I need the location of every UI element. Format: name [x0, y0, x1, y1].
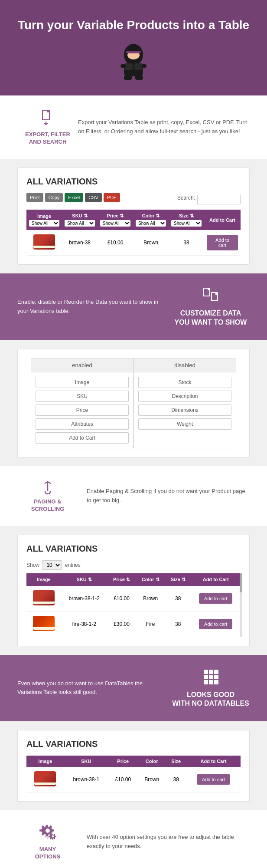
nodatatable-icon-label: LOOKS GOOD WITH NO DATATABLES	[172, 690, 250, 709]
excel-button[interactable]: Excel	[65, 193, 83, 202]
customize-icon-block: CUSTOMIZE DATA YOU WANT TO SHOW	[172, 286, 250, 327]
hero-section: Turn your Variable Products into a Table	[0, 0, 267, 95]
tag-dimensions[interactable]: Dimensions	[138, 404, 231, 416]
nodatatable-icon-block: LOOKS GOOD WITH NO DATATABLES	[172, 668, 250, 709]
paging-header-row: Image SKU ⇅ Price ⇅ Color ⇅ Size ⇅ Add t…	[26, 573, 241, 586]
tag-stock[interactable]: Stock	[138, 377, 231, 388]
p-cell-sku-2: fire-38-1-2	[61, 611, 107, 637]
price-filter[interactable]: Show All	[100, 220, 130, 227]
tag-attributes[interactable]: Attributes	[36, 418, 129, 430]
customize-icon-label: CUSTOMIZE DATA YOU WANT TO SHOW	[172, 309, 250, 327]
cell-sku: brown-38	[62, 230, 98, 256]
disabled-header: disabled	[134, 358, 236, 372]
pth-color: Color ⇅	[136, 573, 165, 586]
svg-rect-5	[120, 64, 126, 68]
p-cell-size-2: 38	[165, 611, 191, 637]
svg-rect-6	[141, 64, 147, 68]
svg-rect-23	[204, 680, 208, 684]
csv-button[interactable]: CSV	[85, 193, 102, 202]
paging-add-cart-1[interactable]: Add to cart	[199, 593, 232, 604]
show-label: Show	[26, 562, 39, 568]
svg-rect-25	[214, 680, 218, 684]
th-image: Image Show All	[26, 210, 62, 230]
cell-color: Brown	[133, 230, 169, 256]
nodt-table-title: ALL VARIATIONS	[26, 739, 241, 749]
size-filter[interactable]: Show All	[171, 220, 202, 227]
tag-addcart[interactable]: Add to Cart	[36, 432, 129, 444]
th-sku: SKU ⇅ Show All	[62, 210, 98, 230]
paging-icon	[17, 479, 78, 498]
svg-rect-20	[204, 675, 208, 679]
paging-demo: ALL VARIATIONS Show 10 entries Image SKU…	[17, 535, 250, 646]
paging-table-title: ALL VARIATIONS	[26, 544, 241, 554]
svg-rect-19	[214, 670, 218, 674]
tag-image[interactable]: Image	[36, 377, 129, 388]
cell-price: £10.00	[98, 230, 133, 256]
export-buttons: Print Copy Excel CSV PDF	[26, 193, 120, 202]
export-table-demo: ALL VARIATIONS Print Copy Excel CSV PDF …	[17, 168, 250, 265]
disabled-col: disabled Stock Description Dimensions We…	[134, 358, 236, 448]
svg-point-27	[46, 829, 50, 833]
paging-add-cart-2[interactable]: Add to cart	[199, 619, 232, 629]
tag-price[interactable]: Price	[36, 404, 129, 416]
pth-size: Size ⇅	[165, 573, 191, 586]
options-icon	[17, 823, 78, 842]
p-cell-image-1	[26, 586, 61, 612]
print-button[interactable]: Print	[26, 193, 43, 202]
pdf-button[interactable]: PDF	[104, 193, 120, 202]
th-price: Price ⇅ Show All	[98, 210, 133, 230]
ninja-figure	[118, 42, 149, 82]
nodatatable-icon	[172, 668, 250, 687]
search-input[interactable]	[197, 195, 241, 204]
nodt-th-addcart: Add to Cart	[186, 756, 241, 767]
enabled-header: enabled	[31, 358, 133, 372]
paging-feature-row: PAGING & SCROLLING Enable Paging & Scrol…	[0, 466, 267, 526]
variations-table-1: Image Show All SKU ⇅ Show All Price ⇅ Sh…	[26, 210, 241, 256]
svg-rect-22	[214, 675, 218, 679]
tag-weight[interactable]: Weight	[138, 418, 231, 430]
export-icon-block: EXPORT, FILTER AND SEARCH	[17, 108, 78, 146]
nodt-cell-image	[26, 767, 64, 792]
nodatatable-section: Even when you do not want to use DataTab…	[0, 655, 267, 722]
entries-select[interactable]: 10	[42, 560, 62, 570]
nodatatable-demo: ALL VARIATIONS Image SKU Price Color Siz…	[17, 730, 250, 802]
p-cell-addcart-1: Add to cart	[191, 586, 241, 612]
paging-icon-label: PAGING & SCROLLING	[17, 498, 78, 513]
nodt-row: brown-38-1 £10.00 Brown 38 Add to cart	[26, 767, 241, 792]
pth-addcart: Add to Cart	[191, 573, 241, 586]
options-feature-row: MANY OPTIONS With over 40 option setting…	[0, 810, 267, 868]
customize-panel: enabled Image SKU Price Attributes Add t…	[17, 349, 250, 457]
disabled-body: Stock Description Dimensions Weight	[134, 372, 236, 434]
pth-sku: SKU ⇅	[61, 573, 107, 586]
show-entries-row: Show 10 entries	[26, 560, 241, 570]
copy-button[interactable]: Copy	[45, 193, 63, 202]
paging-row-2: fire-38-1-2 £30.00 Fire 38 Add to cart	[26, 611, 241, 637]
svg-point-29	[52, 835, 54, 838]
tag-description[interactable]: Description	[138, 391, 231, 402]
paging-row-1: brown-38-1-2 £10.00 Brown 38 Add to cart	[26, 586, 241, 612]
table-header-row: Image Show All SKU ⇅ Show All Price ⇅ Sh…	[26, 210, 241, 230]
svg-rect-8	[135, 76, 143, 80]
cell-size: 38	[169, 230, 204, 256]
tag-sku[interactable]: SKU	[36, 391, 129, 402]
add-to-cart-button-1[interactable]: Add to cart	[207, 235, 238, 250]
scroll-thumb[interactable]	[240, 573, 242, 592]
customize-section: Enable, disable or Reorder the Data you …	[0, 273, 267, 340]
pth-image: Image	[26, 573, 61, 586]
options-icon-label: MANY OPTIONS	[17, 846, 78, 861]
nodt-cell-sku: brown-38-1	[64, 767, 108, 792]
nodt-table: Image SKU Price Color Size Add to Cart b…	[26, 756, 241, 792]
enabled-col: enabled Image SKU Price Attributes Add t…	[31, 358, 134, 448]
image-filter[interactable]: Show All	[29, 220, 59, 227]
sku-filter[interactable]: Show All	[65, 220, 95, 227]
nodt-add-cart[interactable]: Add to cart	[197, 774, 230, 785]
nodt-cell-addcart: Add to cart	[186, 767, 241, 792]
export-icon	[17, 108, 78, 128]
export-description: Export your Variations Table as print, c…	[78, 118, 250, 136]
paging-table: Image SKU ⇅ Price ⇅ Color ⇅ Size ⇅ Add t…	[26, 573, 241, 637]
svg-rect-17	[204, 670, 208, 674]
options-icon-block: MANY OPTIONS	[17, 823, 78, 861]
color-filter[interactable]: Show All	[136, 220, 166, 227]
search-row: Search:	[177, 195, 241, 204]
ninja-icon	[118, 42, 149, 81]
